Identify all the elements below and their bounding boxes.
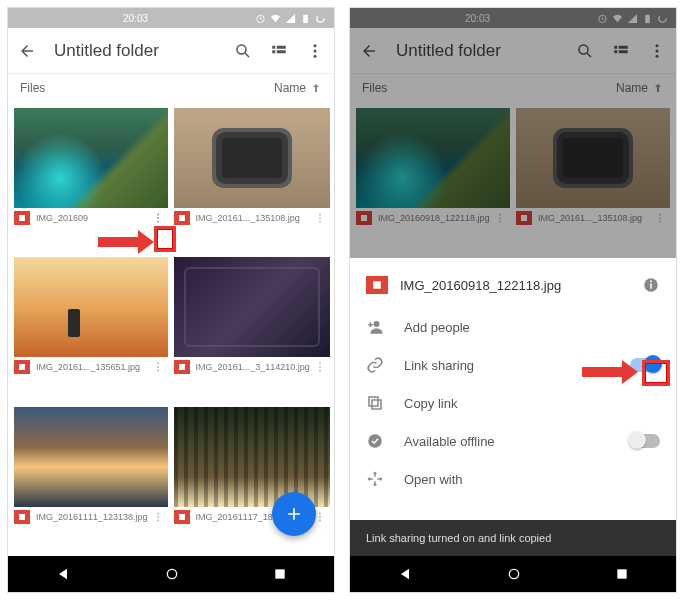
search-button[interactable] xyxy=(576,42,594,60)
annotation-highlight-box xyxy=(154,226,176,252)
back-button[interactable] xyxy=(18,42,36,60)
image-icon xyxy=(14,510,30,524)
search-button[interactable] xyxy=(234,42,252,60)
file-more-button[interactable] xyxy=(152,212,164,224)
app-bar: Untitled folder xyxy=(350,28,676,74)
available-offline-row[interactable]: Available offline xyxy=(350,422,676,460)
svg-rect-53 xyxy=(369,397,378,406)
svg-point-40 xyxy=(656,49,659,52)
file-name: IMG_20161..._3_114210.jpg xyxy=(196,362,310,372)
svg-rect-1 xyxy=(303,14,308,22)
back-button[interactable] xyxy=(360,42,378,60)
nav-back-button[interactable] xyxy=(397,566,413,582)
file-item[interactable]: IMG_20161111_123138.jpg xyxy=(14,407,168,527)
sort-row[interactable]: Files Name xyxy=(350,74,676,102)
view-toggle-button[interactable] xyxy=(612,42,630,60)
files-label: Files xyxy=(362,81,387,95)
file-more-button[interactable] xyxy=(152,511,164,523)
svg-point-47 xyxy=(659,221,661,223)
file-more-button[interactable] xyxy=(152,361,164,373)
svg-point-10 xyxy=(314,54,317,57)
file-more-button[interactable] xyxy=(314,212,326,224)
available-offline-toggle[interactable] xyxy=(630,434,660,448)
copy-link-label: Copy link xyxy=(404,396,457,411)
svg-point-51 xyxy=(374,321,380,327)
svg-rect-52 xyxy=(372,400,381,409)
file-name: IMG_20160918_122118.jpg xyxy=(378,213,490,223)
file-item[interactable]: IMG_201609 xyxy=(14,108,168,228)
toast-message: Link sharing turned on and link copied xyxy=(350,520,676,556)
screenshot-left: 20:03 Untitled folder Files Name IMG_201… xyxy=(8,8,334,592)
link-icon xyxy=(366,356,386,374)
nav-bar xyxy=(350,556,676,592)
svg-point-44 xyxy=(499,221,501,223)
status-icons xyxy=(255,13,326,24)
svg-point-3 xyxy=(237,45,246,54)
file-name: IMG_20161..._135108.jpg xyxy=(538,213,650,223)
signal-icon xyxy=(285,13,296,24)
svg-point-21 xyxy=(319,366,321,368)
nav-home-button[interactable] xyxy=(506,566,522,582)
nav-back-button[interactable] xyxy=(55,566,71,582)
status-bar: 20:03 xyxy=(8,8,334,28)
nav-bar xyxy=(8,556,334,592)
file-more-button[interactable] xyxy=(654,212,666,224)
file-more-button[interactable] xyxy=(314,361,326,373)
svg-point-42 xyxy=(499,214,501,216)
svg-rect-35 xyxy=(614,45,617,48)
open-with-icon xyxy=(366,470,386,488)
image-icon xyxy=(366,276,388,294)
svg-rect-36 xyxy=(614,50,617,53)
svg-point-46 xyxy=(659,217,661,219)
file-item[interactable]: IMG_20160918_122118.jpg xyxy=(356,108,510,228)
add-people-row[interactable]: Add people xyxy=(350,308,676,346)
wifi-icon xyxy=(270,13,281,24)
nav-home-button[interactable] xyxy=(164,566,180,582)
overflow-menu-button[interactable] xyxy=(306,42,324,60)
file-name: IMG_20161..._135108.jpg xyxy=(196,213,310,223)
image-icon xyxy=(14,360,30,374)
arrow-up-icon xyxy=(652,82,664,94)
status-icons xyxy=(597,13,668,24)
copy-link-row[interactable]: Copy link xyxy=(350,384,676,422)
fab-add-button[interactable] xyxy=(272,492,316,536)
file-name: IMG_201609 xyxy=(36,213,148,223)
svg-point-54 xyxy=(368,434,382,448)
nav-recent-button[interactable] xyxy=(273,567,287,581)
file-item[interactable]: IMG_20161..._3_114210.jpg xyxy=(174,257,330,377)
svg-point-33 xyxy=(659,14,666,21)
annotation-highlight-box xyxy=(642,360,670,386)
image-icon xyxy=(174,360,190,374)
svg-point-2 xyxy=(317,14,324,21)
file-item[interactable]: IMG_20161..._135108.jpg xyxy=(516,108,670,228)
svg-point-25 xyxy=(157,519,159,521)
svg-rect-56 xyxy=(618,569,627,578)
svg-rect-5 xyxy=(272,50,275,53)
status-bar: 20:03 xyxy=(350,8,676,28)
open-with-row[interactable]: Open with xyxy=(350,460,676,498)
svg-point-19 xyxy=(157,370,159,372)
svg-rect-6 xyxy=(277,45,286,48)
file-item[interactable]: IMG_20161..._135651.jpg xyxy=(14,257,168,377)
info-button[interactable] xyxy=(642,276,660,294)
svg-rect-38 xyxy=(619,50,628,53)
file-more-button[interactable] xyxy=(494,212,506,224)
svg-rect-32 xyxy=(645,14,650,22)
svg-point-27 xyxy=(319,516,321,518)
person-add-icon xyxy=(366,318,386,336)
view-toggle-button[interactable] xyxy=(270,42,288,60)
image-icon xyxy=(14,211,30,225)
svg-point-24 xyxy=(157,516,159,518)
overflow-menu-button[interactable] xyxy=(648,42,666,60)
status-time: 20:03 xyxy=(123,13,148,24)
svg-point-11 xyxy=(157,214,159,216)
file-item[interactable]: IMG_20161..._135108.jpg xyxy=(174,108,330,228)
svg-point-41 xyxy=(656,54,659,57)
nav-recent-button[interactable] xyxy=(615,567,629,581)
svg-point-20 xyxy=(319,363,321,365)
svg-point-29 xyxy=(167,569,176,578)
sort-row[interactable]: Files Name xyxy=(8,74,334,102)
svg-point-50 xyxy=(650,280,652,282)
page-title: Untitled folder xyxy=(396,41,576,61)
svg-rect-37 xyxy=(619,45,628,48)
